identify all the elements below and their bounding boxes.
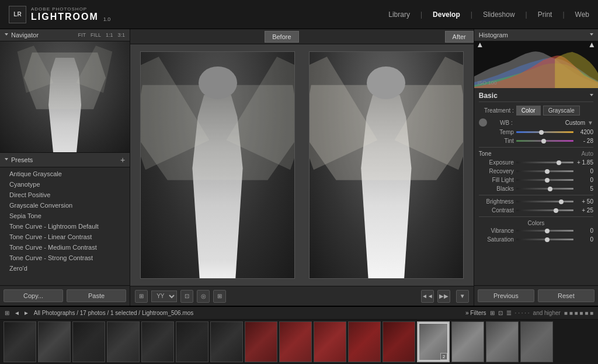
exposure-row: Exposure + 1.85	[479, 159, 593, 166]
nav-web[interactable]: Web	[575, 10, 589, 19]
grid-view-btn[interactable]: ⊞	[135, 290, 148, 303]
contrast-row: Contrast + 25	[479, 207, 593, 214]
presets-toggle-icon[interactable]	[5, 158, 8, 162]
zoom-fit[interactable]: FIT	[78, 32, 86, 38]
filmstrip-icon-2[interactable]: ⊡	[498, 310, 503, 316]
preset-item[interactable]: Tone Curve - Strong Contrast	[0, 253, 130, 263]
blacks-label: Blacks	[479, 186, 514, 192]
previous-button[interactable]: Previous	[478, 289, 534, 302]
prev-arrow[interactable]: ◄	[14, 310, 20, 316]
grid-icon[interactable]: ⊞	[5, 310, 9, 316]
filmstrip-path: All Photographs / 17 photos / 1 selected…	[34, 310, 461, 316]
preset-item[interactable]: Sepia Tone	[0, 211, 130, 221]
panel-toggle-btn[interactable]: ▼	[456, 290, 469, 303]
zoom-1-1[interactable]: 1:1	[106, 32, 113, 38]
fill-light-slider[interactable]	[516, 179, 573, 181]
filmstrip-thumb[interactable]	[279, 321, 312, 362]
left-bottom-actions: Copy... Paste	[0, 285, 130, 306]
preset-item[interactable]: Zero'd	[0, 263, 130, 274]
filmstrip-thumb[interactable]	[383, 321, 415, 362]
nav-develop[interactable]: Develop	[433, 10, 460, 19]
filmstrip-thumb[interactable]	[314, 321, 346, 362]
filmstrip-thumb[interactable]	[176, 321, 208, 362]
navigator-thumbnail[interactable]	[0, 41, 130, 152]
view-mode-select[interactable]: YY	[151, 290, 177, 302]
filmstrip-thumb[interactable]	[107, 321, 140, 362]
preset-item[interactable]: Tone Curve - Lightroom Default	[0, 221, 130, 232]
navigator-title-row: Navigator	[5, 32, 39, 38]
color-btn[interactable]: Color	[516, 106, 541, 116]
adobe-photoshop-text: ADOBE PHOTOSHOP	[31, 6, 110, 12]
temp-slider[interactable]	[516, 131, 573, 133]
histogram-display: ISO 100	[474, 41, 598, 88]
filmstrip-thumb[interactable]	[210, 321, 243, 362]
nav-slideshow[interactable]: Slideshow	[483, 10, 515, 19]
zoom-fill[interactable]: FILL	[91, 32, 101, 38]
basic-panel-toggle[interactable]	[590, 94, 593, 98]
filmstrip-thumb[interactable]	[348, 321, 381, 362]
navigator-toggle-icon[interactable]	[5, 33, 8, 37]
blacks-slider[interactable]	[516, 188, 573, 190]
app-title: ADOBE PHOTOSHOP LIGHTROOM 1.0	[31, 6, 110, 22]
saturation-label: Saturation	[479, 236, 514, 243]
filmstrip-nav: ◄ ►	[14, 310, 29, 316]
preset-item[interactable]: Cyanotype	[0, 179, 130, 190]
preset-item[interactable]: Grayscale Conversion	[0, 200, 130, 211]
compare-btn[interactable]: ◎	[197, 290, 210, 303]
survey-btn[interactable]: ⊞	[213, 290, 226, 303]
filmstrip-icon-1[interactable]: ⊞	[490, 310, 495, 316]
filmstrip-thumb[interactable]	[141, 321, 174, 362]
saturation-slider[interactable]	[516, 239, 573, 240]
preset-item[interactable]: Antique Grayscale	[0, 169, 130, 179]
nav-sep-3: |	[526, 10, 527, 19]
recovery-slider[interactable]	[516, 170, 573, 172]
brightness-slider[interactable]	[516, 201, 573, 202]
filters-label[interactable]: » Filters	[465, 310, 486, 316]
presets-add-icon[interactable]: +	[120, 155, 125, 164]
wb-dropper-icon[interactable]	[479, 118, 487, 127]
tint-slider[interactable]	[516, 140, 573, 142]
nav-left-btn[interactable]: ◄◄	[421, 290, 434, 303]
paste-button[interactable]: Paste	[67, 289, 126, 302]
histogram-toggle-icon[interactable]	[590, 33, 593, 37]
rating-dots: · · · · ·	[515, 310, 530, 316]
vibrance-slider[interactable]	[516, 230, 573, 232]
fill-light-row: Fill Light 0	[479, 177, 593, 183]
filmstrip-thumb[interactable]	[520, 321, 553, 362]
contrast-slider[interactable]	[516, 209, 573, 211]
saturation-row: Saturation 0	[479, 236, 593, 243]
filmstrip-thumb[interactable]	[451, 321, 484, 362]
color-filters[interactable]: ■ ■ ■ ■ ■ ■	[564, 310, 593, 316]
next-arrow[interactable]: ►	[23, 310, 29, 316]
copy-button[interactable]: Copy...	[4, 289, 63, 302]
grayscale-btn[interactable]: Grayscale	[543, 106, 580, 116]
preset-item[interactable]: Direct Positive	[0, 190, 130, 200]
treatment-row: Treatment : Color Grayscale	[479, 106, 593, 116]
preset-item[interactable]: Tone Curve - Medium Contrast	[0, 242, 130, 253]
preset-item[interactable]: Tone Curve - Linear Contrast	[0, 232, 130, 242]
filmstrip-thumb[interactable]: 2	[417, 321, 450, 362]
presets-list: Antique GrayscaleCyanotypeDirect Positiv…	[0, 167, 130, 275]
loupe-btn[interactable]: ⊡	[180, 290, 193, 303]
center-area: Before After	[130, 29, 474, 306]
after-image-panel[interactable]	[309, 51, 464, 279]
vibrance-value: 0	[576, 228, 593, 234]
colors-section-label: Colors	[479, 220, 593, 226]
wb-dropdown-arrow[interactable]: ▼	[587, 120, 593, 126]
filmstrip-icon-3[interactable]: ☰	[506, 310, 512, 316]
exposure-label: Exposure	[479, 159, 514, 166]
navigator-title: Navigator	[11, 32, 39, 38]
filmstrip-thumb[interactable]	[245, 321, 277, 362]
filmstrip-thumb[interactable]	[72, 321, 105, 362]
nav-print[interactable]: Print	[538, 10, 552, 19]
reset-button[interactable]: Reset	[538, 289, 594, 302]
before-image-panel[interactable]	[140, 51, 295, 279]
exposure-slider[interactable]	[516, 162, 573, 163]
filmstrip-thumb[interactable]	[486, 321, 519, 362]
zoom-3-1[interactable]: 3:1	[118, 32, 126, 38]
filmstrip-thumb[interactable]	[4, 321, 36, 362]
nav-library[interactable]: Library	[388, 10, 410, 19]
nav-right-btn[interactable]: ▶▶	[437, 290, 450, 303]
tone-auto[interactable]: Auto	[581, 150, 593, 157]
filmstrip-thumb[interactable]	[38, 321, 71, 362]
